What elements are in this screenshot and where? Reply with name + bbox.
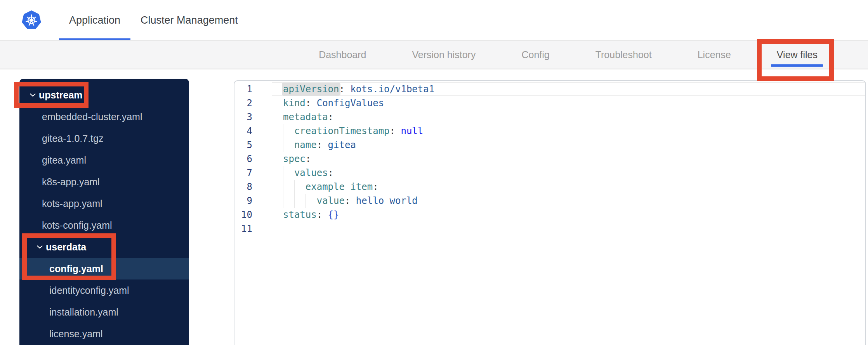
nav-tab-label: License — [698, 49, 731, 60]
code-line-3: 3metadata: — [234, 110, 865, 124]
app-navbar: DashboardVersion historyConfigTroublesho… — [0, 41, 868, 69]
nav-tab-label: Troubleshoot — [595, 49, 652, 60]
tree-folder-upstream[interactable]: upstream — [19, 84, 189, 106]
tree-item-label: gitea-1.0.7.tgz — [42, 133, 103, 144]
nav-tab-dashboard[interactable]: Dashboard — [319, 41, 366, 69]
app-header: ApplicationCluster Management — [0, 0, 868, 41]
code-token: name — [294, 140, 317, 150]
nav-tab-troubleshoot[interactable]: Troubleshoot — [595, 41, 652, 69]
indent-guide — [306, 194, 306, 208]
line-number: 5 — [234, 138, 252, 152]
tree-item-label: gitea.yaml — [42, 155, 86, 166]
code-token: ConfigValues — [311, 98, 384, 109]
active-tab-underline — [59, 38, 130, 40]
code-line-8: 8 example_item: — [234, 180, 865, 194]
nav-tab-config[interactable]: Config — [521, 41, 549, 69]
tree-folder-userdata[interactable]: userdata — [19, 236, 189, 258]
code-token — [283, 140, 294, 150]
file-tree-sidebar: upstreamembedded-cluster.yamlgitea-1.0.7… — [19, 79, 189, 345]
tree-item-label: upstream — [39, 90, 83, 101]
code-token: spec — [283, 154, 306, 164]
tree-item-label: k8s-app.yaml — [42, 176, 100, 188]
tree-file-kots-config-yaml[interactable]: kots-config.yaml — [19, 214, 189, 236]
tree-file-gitea-1-0-7-tgz[interactable]: gitea-1.0.7.tgz — [19, 128, 189, 149]
code-token: gitea — [322, 140, 356, 150]
line-number: 4 — [234, 124, 252, 138]
code-token: : — [390, 126, 395, 136]
line-number: 3 — [234, 110, 252, 124]
tree-file-kots-app-yaml[interactable]: kots-app.yaml — [19, 193, 189, 214]
code-token: {} — [328, 209, 339, 220]
code-token: : — [328, 167, 333, 178]
nav-tab-label: Version history — [412, 49, 476, 60]
line-number: 10 — [234, 208, 252, 222]
tree-file-config-yaml[interactable]: config.yaml — [19, 258, 189, 279]
tree-item-label: config.yaml — [49, 263, 103, 274]
line-number: 11 — [234, 222, 252, 236]
code-token: : — [373, 181, 378, 192]
code-line-7: 7 values: — [234, 166, 865, 180]
tree-file-installation-yaml[interactable]: installation.yaml — [19, 301, 189, 323]
indent-guide — [283, 138, 283, 152]
code-line-6: 6spec: — [234, 152, 865, 166]
tree-file-k8s-app-yaml[interactable]: k8s-app.yaml — [19, 171, 189, 193]
code-token: metadata — [283, 112, 328, 122]
code-token: kind — [283, 98, 306, 109]
topbar-tab-application[interactable]: Application — [59, 0, 130, 40]
line-number: 6 — [234, 152, 252, 166]
tree-item-label: installation.yaml — [49, 307, 118, 318]
tree-file-embedded-cluster-yaml[interactable]: embedded-cluster.yaml — [19, 106, 189, 128]
tree-file-license-yaml[interactable]: license.yaml — [19, 323, 189, 345]
code-line-2: 2kind: ConfigValues — [234, 96, 865, 110]
indent-guide — [294, 194, 295, 208]
code-token: : — [306, 154, 311, 164]
code-line-11: 11 — [234, 222, 865, 236]
nav-tab-label: View files — [777, 49, 818, 60]
code-token: : — [345, 195, 350, 206]
topbar-tab-label: Application — [69, 14, 120, 26]
code-line-9: 9 value: hello world — [234, 194, 865, 208]
code-token: value — [317, 195, 345, 206]
tree-item-label: kots-config.yaml — [42, 220, 112, 231]
code-token — [395, 126, 401, 136]
nav-tab-license[interactable]: License — [698, 41, 731, 69]
current-line-highlight — [272, 82, 865, 96]
tree-item-label: kots-app.yaml — [42, 198, 102, 209]
code-token: : — [317, 209, 322, 220]
code-token: : — [317, 140, 322, 150]
code-token: apiVersion — [283, 84, 339, 95]
tree-item-label: identityconfig.yaml — [49, 285, 129, 296]
indent-guide — [283, 194, 283, 208]
code-line-1: 1apiVersion: kots.io/v1beta1 — [234, 82, 865, 96]
line-number: 7 — [234, 166, 252, 180]
code-token: example_item — [306, 181, 373, 192]
file-contents-editor[interactable]: 1apiVersion: kots.io/v1beta12kind: Confi… — [234, 80, 866, 345]
code-token: hello world — [350, 195, 417, 206]
nav-tab-version-history[interactable]: Version history — [412, 41, 476, 69]
nav-tab-label: Config — [521, 49, 549, 60]
indent-guide — [283, 180, 283, 194]
chevron-down-icon — [37, 245, 43, 249]
tree-item-label: embedded-cluster.yaml — [42, 111, 142, 122]
tree-file-identityconfig-yaml[interactable]: identityconfig.yaml — [19, 279, 189, 301]
nav-tab-view-files[interactable]: View files — [777, 41, 818, 69]
code-token: status — [283, 209, 317, 220]
active-nav-underline — [771, 64, 823, 67]
code-token: creationTimestamp — [294, 126, 390, 136]
code-token: : — [306, 98, 311, 109]
kubernetes-helm-icon — [22, 10, 41, 30]
code-token — [283, 167, 294, 178]
code-token — [322, 209, 328, 220]
topbar-tab-cluster-management[interactable]: Cluster Management — [130, 0, 248, 40]
tree-file-gitea-yaml[interactable]: gitea.yaml — [19, 149, 189, 171]
indent-guide — [283, 124, 283, 138]
code-token: null — [401, 126, 423, 136]
code-token: values — [294, 167, 328, 178]
line-number: 8 — [234, 180, 252, 194]
tree-item-label: userdata — [46, 242, 86, 253]
chevron-down-icon — [30, 93, 36, 97]
nav-tab-label: Dashboard — [319, 49, 366, 60]
topbar-tabs: ApplicationCluster Management — [59, 0, 248, 40]
kubernetes-logo-icon[interactable] — [22, 10, 41, 30]
code-token: : — [328, 112, 333, 122]
